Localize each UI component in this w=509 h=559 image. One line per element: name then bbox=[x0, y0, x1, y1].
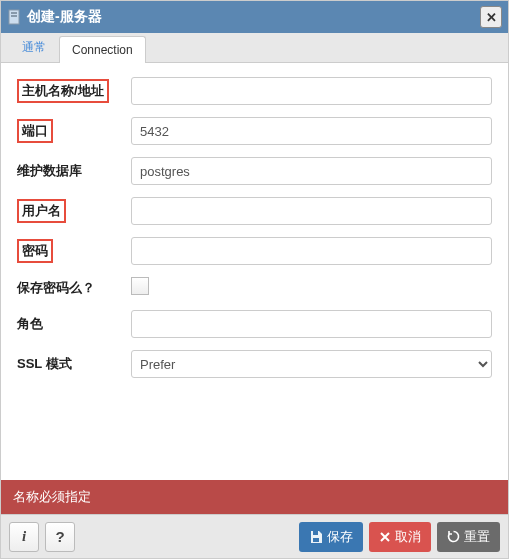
svg-rect-2 bbox=[11, 15, 17, 17]
tab-general[interactable]: 通常 bbox=[9, 32, 59, 62]
error-message: 名称必须指定 bbox=[13, 489, 91, 504]
maintdb-label: 维护数据库 bbox=[17, 162, 131, 180]
row-username: 用户名 bbox=[17, 197, 492, 225]
save-icon bbox=[309, 530, 323, 544]
info-button[interactable]: i bbox=[9, 522, 39, 552]
password-label: 密码 bbox=[17, 239, 131, 263]
close-icon bbox=[379, 531, 391, 543]
svg-rect-3 bbox=[313, 531, 318, 535]
tab-bar: 通常 Connection bbox=[1, 33, 508, 63]
savepwd-checkbox[interactable] bbox=[131, 277, 149, 295]
role-input[interactable] bbox=[131, 310, 492, 338]
error-bar: 名称必须指定 bbox=[1, 480, 508, 514]
role-label: 角色 bbox=[17, 315, 131, 333]
row-role: 角色 bbox=[17, 310, 492, 338]
maintdb-input[interactable] bbox=[131, 157, 492, 185]
port-label: 端口 bbox=[17, 119, 131, 143]
help-button[interactable]: ? bbox=[45, 522, 75, 552]
sslmode-select[interactable]: Prefer bbox=[131, 350, 492, 378]
row-port: 端口 bbox=[17, 117, 492, 145]
port-input[interactable] bbox=[131, 117, 492, 145]
host-input[interactable] bbox=[131, 77, 492, 105]
username-input[interactable] bbox=[131, 197, 492, 225]
username-label: 用户名 bbox=[17, 199, 131, 223]
close-button[interactable]: ✕ bbox=[480, 6, 502, 28]
reset-button[interactable]: 重置 bbox=[437, 522, 500, 552]
titlebar: 创建-服务器 ✕ bbox=[1, 1, 508, 33]
row-password: 密码 bbox=[17, 237, 492, 265]
dialog-title: 创建-服务器 bbox=[27, 8, 480, 26]
save-button[interactable]: 保存 bbox=[299, 522, 363, 552]
row-sslmode: SSL 模式 Prefer bbox=[17, 350, 492, 378]
tab-connection[interactable]: Connection bbox=[59, 36, 146, 63]
form-area: 主机名称/地址 端口 维护数据库 用户名 密码 保存密码么？ 角色 bbox=[1, 63, 508, 480]
svg-rect-1 bbox=[11, 12, 17, 14]
create-server-dialog: 创建-服务器 ✕ 通常 Connection 主机名称/地址 端口 维护数据库 … bbox=[0, 0, 509, 559]
recycle-icon bbox=[447, 530, 460, 543]
row-savepwd: 保存密码么？ bbox=[17, 277, 492, 298]
host-label: 主机名称/地址 bbox=[17, 79, 131, 103]
server-icon bbox=[7, 9, 21, 25]
row-host: 主机名称/地址 bbox=[17, 77, 492, 105]
row-maintdb: 维护数据库 bbox=[17, 157, 492, 185]
cancel-button[interactable]: 取消 bbox=[369, 522, 431, 552]
svg-rect-4 bbox=[313, 538, 319, 542]
sslmode-label: SSL 模式 bbox=[17, 355, 131, 373]
savepwd-label: 保存密码么？ bbox=[17, 279, 131, 297]
footer: i ? 保存 取消 重置 bbox=[1, 514, 508, 558]
password-input[interactable] bbox=[131, 237, 492, 265]
